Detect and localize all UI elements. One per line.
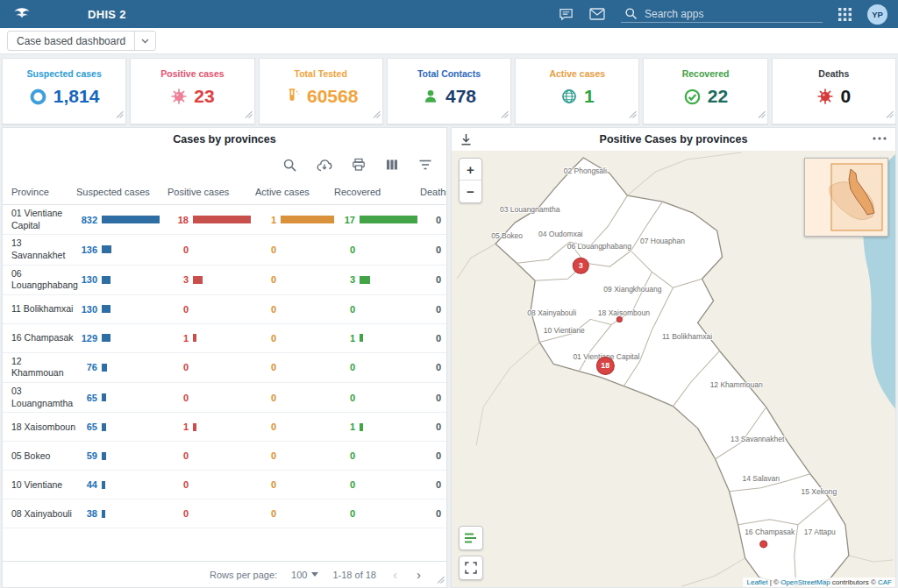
suspected-bar	[102, 481, 105, 489]
recovered-cell: 0	[334, 362, 420, 372]
active-cell: 0	[255, 479, 334, 490]
download-icon[interactable]	[317, 159, 332, 172]
resize-handle-icon[interactable]	[245, 106, 253, 122]
resize-handle-icon[interactable]	[758, 106, 766, 122]
table-row[interactable]: 13 Savannakhet1360000	[3, 235, 446, 265]
resize-handle-icon[interactable]	[629, 106, 637, 122]
caf-link[interactable]: CAF	[878, 578, 892, 586]
suspected-cell: 832	[76, 215, 167, 225]
case-marker[interactable]: 18	[596, 357, 614, 374]
column-header[interactable]: Deaths	[420, 187, 447, 197]
kpi-card-deaths[interactable]: Deaths0	[772, 58, 896, 124]
app-title: DHIS 2	[88, 8, 126, 21]
deaths-value: 0	[420, 479, 441, 490]
kpi-card-total-contacts[interactable]: Total Contacts478	[387, 58, 511, 124]
kpi-card-recovered[interactable]: Recovered22	[643, 58, 767, 124]
legend-button[interactable]	[459, 526, 483, 550]
zoom-in-button[interactable]: +	[460, 159, 481, 181]
case-marker[interactable]	[760, 541, 767, 548]
column-header[interactable]: Active cases	[255, 187, 334, 197]
map-canvas[interactable]: 02 Phongsali03 Louangnamtha05 Bokeo04 Ou…	[452, 151, 895, 587]
kpi-card-active-cases[interactable]: Active cases1	[515, 58, 639, 124]
more-options-icon[interactable]	[873, 137, 887, 140]
deaths-cell: 0	[420, 215, 446, 225]
kpi-card-title: Deaths	[818, 68, 849, 79]
deaths-value: 0	[420, 215, 441, 225]
table-row[interactable]: 16 Champasak1291010	[3, 324, 446, 353]
fullscreen-button[interactable]	[459, 556, 483, 580]
avatar[interactable]: YP	[867, 4, 887, 25]
column-header[interactable]: Positive cases	[167, 187, 255, 197]
column-header[interactable]: Recovered	[334, 187, 420, 197]
active-value: 0	[255, 479, 276, 490]
dhis2-logo-icon[interactable]	[11, 3, 33, 25]
recovered-value: 17	[334, 215, 355, 225]
case-marker[interactable]: 3	[573, 258, 588, 273]
positive-cell: 1	[167, 422, 255, 432]
next-page-button[interactable]: ›	[414, 568, 424, 581]
kpi-card-value: 23	[194, 86, 214, 107]
zoom-out-button[interactable]: −	[460, 181, 481, 202]
resize-handle-icon[interactable]	[116, 106, 124, 122]
positive-value: 1	[167, 333, 189, 344]
chat-icon[interactable]	[559, 7, 574, 22]
download-icon[interactable]	[460, 133, 472, 145]
apps-grid-icon[interactable]	[838, 8, 852, 21]
table-row[interactable]: 12 Khammouan760000	[3, 353, 446, 383]
positive-value: 1	[167, 422, 189, 432]
recovered-value: 1	[334, 422, 355, 432]
province-label: 16 Champasak	[745, 528, 795, 536]
map-panel-title: Positive Cases by provinces	[452, 133, 895, 145]
kpi-card-total-tested[interactable]: Total Tested60568	[259, 58, 383, 124]
table-row[interactable]: 11 Bolikhamxai1300000	[3, 295, 446, 324]
dashboard-selector[interactable]: Case based dashboard	[7, 31, 156, 51]
suspected-bar	[102, 393, 106, 401]
columns-icon[interactable]	[385, 158, 399, 172]
positive-cell: 1	[167, 333, 255, 344]
mail-icon[interactable]	[589, 8, 605, 20]
table-row[interactable]: 10 Vientiane440000	[3, 471, 446, 499]
filter-icon[interactable]	[418, 159, 432, 171]
table-panel-title: Cases by provinces	[3, 128, 446, 151]
table-row[interactable]: 18 Xaisomboun651010	[3, 413, 446, 442]
province-name: 18 Xaisomboun	[3, 422, 76, 434]
print-icon[interactable]	[352, 158, 366, 172]
leaflet-link[interactable]: Leaflet	[746, 578, 767, 586]
chevron-down-icon[interactable]	[134, 32, 155, 50]
search-apps-input[interactable]	[645, 8, 819, 20]
osm-link[interactable]: OpenStreetMap	[780, 578, 830, 586]
case-marker[interactable]	[616, 316, 622, 322]
active-cell: 0	[255, 508, 334, 519]
search-icon[interactable]	[282, 158, 297, 173]
column-header[interactable]: Suspected cases	[76, 187, 167, 197]
resize-handle-icon[interactable]	[437, 575, 445, 585]
table-row[interactable]: 08 Xainyabouli380000	[3, 499, 446, 528]
app-search[interactable]	[621, 5, 823, 23]
mini-map[interactable]	[804, 158, 888, 237]
recovered-bar	[360, 423, 363, 431]
kpi-card-positive-cases[interactable]: Positive cases23	[130, 58, 254, 124]
province-name: 12 Khammouan	[3, 356, 76, 379]
positive-value: 0	[167, 508, 189, 519]
resize-handle-icon[interactable]	[886, 106, 894, 122]
map-attribution: Leaflet | © OpenStreetMap contributors ©…	[743, 577, 895, 587]
table-row[interactable]: 05 Bokeo590000	[3, 442, 446, 471]
deaths-cell: 0	[420, 393, 446, 403]
deaths-value: 0	[420, 362, 441, 372]
column-header[interactable]: Province	[3, 187, 76, 197]
suspected-bar	[102, 334, 110, 342]
deaths-value: 0	[420, 450, 441, 461]
active-value: 0	[255, 244, 276, 255]
table-row[interactable]: 01 Vientiane Capital832181170	[3, 205, 446, 235]
table-row[interactable]: 03 Louangnamtha650000	[3, 383, 446, 413]
suspected-value: 65	[76, 422, 97, 432]
suspected-value: 44	[76, 479, 97, 490]
recovered-cell: 3	[334, 274, 420, 285]
prev-page-button[interactable]: ‹	[390, 568, 400, 581]
rows-per-page-select[interactable]: 100	[291, 570, 318, 580]
resize-handle-icon[interactable]	[501, 106, 509, 122]
rows-per-page-label: Rows per page:	[210, 570, 277, 580]
kpi-card-suspected-cases[interactable]: Suspected cases1,814	[2, 58, 126, 124]
table-row[interactable]: 06 Louangphabang1303030	[3, 266, 446, 295]
resize-handle-icon[interactable]	[373, 106, 381, 122]
